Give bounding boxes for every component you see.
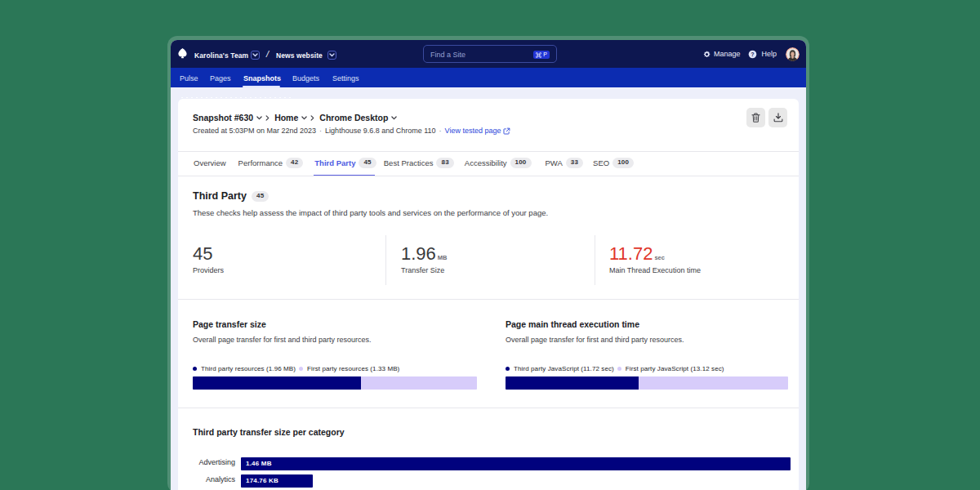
svg-text:?: ?: [751, 51, 755, 56]
